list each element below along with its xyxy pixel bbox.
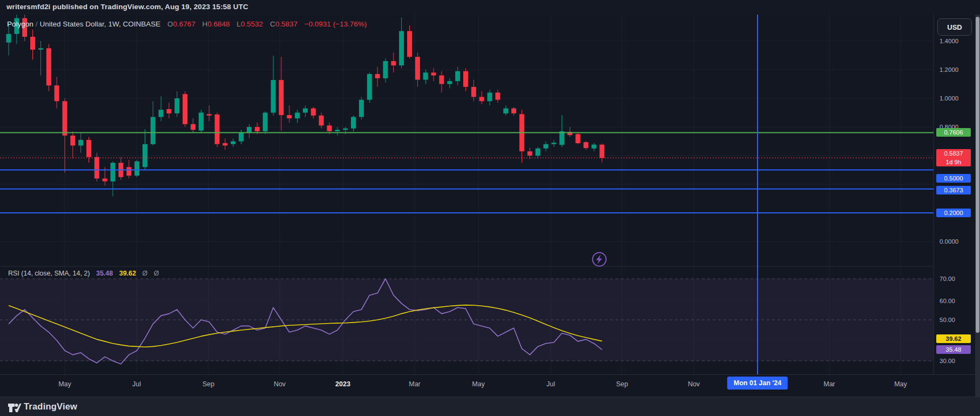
time-axis-label-Sep: Sep	[616, 380, 628, 388]
price-axis-label-0.5837: 0.58371d 9h	[936, 149, 971, 166]
open-label: O	[167, 20, 173, 28]
price-axis-label-1.0000: 1.0000	[940, 94, 958, 103]
tradingview-published-chart: writersmfd2i published on TradingView.co…	[0, 0, 980, 416]
low-label: L	[236, 20, 241, 28]
time-axis-label-May: May	[58, 380, 71, 388]
rsi-axis-label-70.00: 70.00	[940, 274, 955, 283]
lightning-icon	[593, 253, 606, 266]
high-value: 0.6848	[207, 20, 229, 28]
time-axis-label-2023: 2023	[335, 380, 350, 388]
rsi-axis-label-39.62: 39.62	[936, 334, 971, 343]
price-axis-label-0.0000: 0.0000	[940, 237, 958, 246]
rsi-empty-value-1: Ø	[142, 270, 147, 277]
time-axis-label-Nov: Nov	[688, 380, 700, 388]
time-axis-label-Mar: Mar	[823, 380, 835, 388]
time-axis-label-Jul: Jul	[546, 380, 555, 388]
time-axis-label-May: May	[472, 380, 485, 388]
close-value: 0.5837	[275, 20, 298, 28]
time-axis-label-Mar: Mar	[409, 380, 421, 388]
high-label: H	[202, 20, 208, 28]
countdown-timer: 1d 9h	[936, 158, 971, 166]
footer-bar: TradingView	[0, 397, 980, 416]
scrollbar-thumb[interactable]	[976, 17, 979, 333]
time-axis-label-Sep: Sep	[202, 380, 214, 388]
symbol-name[interactable]: Polygon	[7, 20, 33, 28]
price-axis-label-0.3673: 0.3673	[936, 186, 971, 194]
price-axis-label-1.4000: 1.4000	[940, 37, 958, 45]
price-axis-label-0.7606: 0.7606	[936, 128, 971, 137]
rsi-axis-label-60.00: 60.00	[940, 297, 955, 305]
rsi-axis-label-35.48: 35.48	[936, 345, 971, 354]
price-axis-label-1.2000: 1.2000	[940, 65, 958, 74]
time-axis-label-Nov: Nov	[274, 380, 286, 388]
close-label: C	[270, 20, 275, 28]
price-axis-label-0.5000: 0.5000	[936, 174, 971, 183]
rsi-current-value: 35.48	[96, 270, 113, 277]
time-axis[interactable]: MayJulSepNov2023MarMayJulSepNovMarMayMon…	[0, 374, 980, 397]
rsi-sma-value: 39.62	[119, 270, 136, 277]
tradingview-logo-icon[interactable]	[8, 401, 22, 413]
open-value: 0.6767	[173, 20, 195, 28]
currency-toggle-button[interactable]: USD	[937, 18, 972, 36]
time-axis-label-Jul: Jul	[132, 380, 141, 388]
candlestick-series	[6, 4, 605, 196]
chart-canvas[interactable]	[0, 0, 980, 416]
rsi-empty-value-2: Ø	[154, 270, 159, 277]
low-value: 0.5532	[241, 20, 263, 28]
rsi-axis-label-50.00: 50.00	[940, 316, 955, 324]
change-value: −0.0931 (−13.76%)	[305, 20, 367, 28]
symbol-separator: /	[36, 20, 38, 28]
rsi-axis-label-30.00: 30.00	[940, 357, 955, 365]
scrollbar[interactable]	[975, 15, 980, 397]
symbol-header[interactable]: Polygon/United States Dollar, 1W, COINBA…	[7, 20, 367, 28]
event-date-label[interactable]: Mon 01 Jan '24	[727, 377, 788, 390]
rsi-title[interactable]: RSI (14, close, SMA, 14, 2)	[8, 270, 90, 277]
time-axis-label-May: May	[894, 380, 907, 388]
tradingview-brand-text[interactable]: TradingView	[24, 401, 77, 412]
rsi-header[interactable]: RSI (14, close, SMA, 14, 2) 35.48 39.62 …	[8, 270, 159, 277]
symbol-description: United States Dollar, 1W, COINBASE	[40, 20, 161, 28]
price-axis-label-0.2000: 0.2000	[936, 209, 971, 217]
